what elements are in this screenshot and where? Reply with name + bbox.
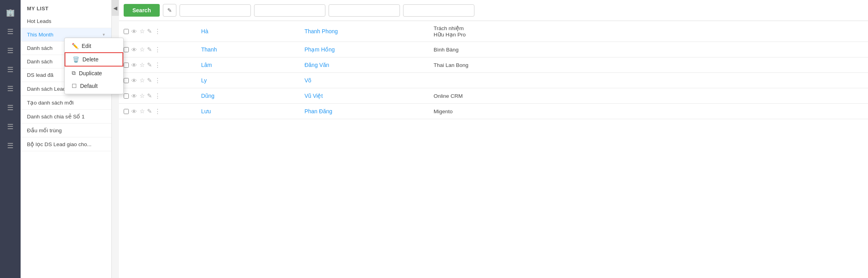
sidebar-item-filter[interactable]: Bộ lọc DS Lead giao cho... (21, 137, 111, 151)
context-menu-duplicate-label: Duplicate (79, 70, 102, 76)
table-area: 👁 ☆ ✎ ⋮ HàThanh PhongTrách nhiệm Hữu Hạn… (119, 21, 868, 278)
context-menu-edit[interactable]: ✏️ Edit (65, 40, 123, 52)
sidebar-item-label: Bộ lọc DS Lead giao cho... (27, 141, 92, 147)
context-menu-default[interactable]: ☐ Default (65, 80, 123, 92)
edit-icon[interactable]: ✎ (147, 77, 152, 84)
list-icon-3[interactable]: ☰ (2, 61, 19, 78)
row-checkbox[interactable] (124, 78, 129, 83)
context-menu: ✏️ Edit 🗑️ Delete ⧉ Duplicate ☐ Default (64, 38, 124, 94)
edit-icon[interactable]: ✎ (147, 61, 152, 69)
context-menu-delete[interactable]: 🗑️ Delete (65, 52, 123, 67)
table-row: 👁 ☆ ✎ ⋮ HàThanh PhongTrách nhiệm Hữu Hạn… (119, 21, 868, 42)
building-icon[interactable]: 🏢 (2, 4, 19, 21)
chevron-down-icon: ▾ (103, 32, 105, 37)
more-icon[interactable]: ⋮ (155, 46, 161, 53)
lead-note: Trách nhiệm Hữu Hạn Pro (434, 25, 466, 38)
list-icon-5[interactable]: ☰ (2, 99, 19, 116)
context-menu-edit-label: Edit (82, 43, 91, 49)
context-menu-overlay: ✏️ Edit 🗑️ Delete ⧉ Duplicate ☐ Default (64, 38, 124, 94)
filter-input-4[interactable] (403, 4, 474, 17)
context-menu-duplicate[interactable]: ⧉ Duplicate (65, 67, 123, 80)
row-checkbox[interactable] (124, 93, 129, 99)
table-row: 👁 ☆ ✎ ⋮ DũngVũ ViệtOnline CRM (119, 88, 868, 104)
list-icon-7[interactable]: ☰ (2, 137, 19, 154)
lead-last-name[interactable]: Vũ Việt (304, 93, 323, 99)
filter-input-3[interactable] (329, 4, 400, 17)
star-icon[interactable]: ☆ (140, 61, 145, 69)
search-button[interactable]: Search (124, 4, 160, 17)
lead-note: Thai Lan Bong (434, 62, 468, 68)
toolbar: Search ✎ (119, 0, 868, 21)
sidebar-item-label: Tạo danh sách mới (27, 99, 74, 106)
list-icon-2[interactable]: ☰ (2, 42, 19, 59)
lead-first-name[interactable]: Hà (201, 28, 208, 34)
lead-last-name[interactable]: Đăng Văn (304, 62, 329, 68)
lead-first-name[interactable]: Ly (201, 77, 207, 84)
list-icon-1[interactable]: ☰ (2, 23, 19, 40)
star-icon[interactable]: ☆ (140, 46, 145, 53)
edit-icon[interactable]: ✎ (147, 108, 152, 115)
eye-icon[interactable]: 👁 (131, 77, 137, 84)
list-icon-4[interactable]: ☰ (2, 80, 19, 97)
lead-first-name[interactable]: Dũng (201, 93, 214, 99)
star-icon[interactable]: ☆ (140, 92, 145, 99)
sidebar-item-label: This Month (27, 32, 54, 38)
lead-last-name[interactable]: Thanh Phong (304, 28, 338, 34)
edit-icon[interactable]: ✎ (147, 92, 152, 99)
lead-last-name[interactable]: Phạm Hồng (304, 46, 335, 53)
lead-first-name[interactable]: Thanh (201, 46, 217, 53)
icon-bar: 🏢 ☰ ☰ ☰ ☰ ☰ ☰ ☰ (0, 0, 21, 278)
main-content: Search ✎ 👁 ☆ ✎ ⋮ HàThanh PhongTrách nhiệ… (119, 0, 868, 278)
sidebar-item-shared[interactable]: Danh sách chia sẻ Số 1 (21, 110, 111, 124)
eye-icon[interactable]: 👁 (131, 93, 137, 99)
eye-icon[interactable]: 👁 (131, 62, 137, 69)
table-row: 👁 ☆ ✎ ⋮ ThanhPhạm HồngBình Bàng (119, 42, 868, 57)
lead-last-name[interactable]: Võ (304, 77, 311, 84)
star-icon[interactable]: ☆ (140, 77, 145, 84)
context-menu-delete-label: Delete (82, 56, 98, 63)
more-icon[interactable]: ⋮ (155, 108, 161, 115)
checkbox-icon: ☐ (72, 83, 77, 89)
eye-icon[interactable]: 👁 (131, 108, 137, 115)
row-checkbox[interactable] (124, 109, 129, 114)
sidebar-item-label: Đầu mối trùng (27, 127, 62, 133)
edit-icon[interactable]: ✎ (147, 46, 152, 53)
trash-icon: 🗑️ (73, 56, 79, 63)
eye-icon[interactable]: 👁 (131, 46, 137, 53)
more-icon[interactable]: ⋮ (155, 61, 161, 69)
sidebar-item-label: Hot Leads (27, 18, 52, 24)
lead-first-name[interactable]: Lâm (201, 62, 212, 68)
table-row: 👁 ☆ ✎ ⋮ LâmĐăng VănThai Lan Bong (119, 57, 868, 73)
more-icon[interactable]: ⋮ (155, 92, 161, 99)
edit-icon[interactable]: ✎ (147, 28, 152, 35)
duplicate-icon: ⧉ (72, 70, 76, 76)
filter-input-2[interactable] (254, 4, 325, 17)
sidebar-item-label: Danh sách (27, 45, 53, 51)
sidebar-item-duplicate[interactable]: Đầu mối trùng (21, 124, 111, 137)
row-checkbox[interactable] (124, 29, 129, 34)
lead-last-name[interactable]: Phan Đăng (304, 108, 332, 114)
lead-note: Bình Bàng (434, 47, 459, 53)
row-checkbox[interactable] (124, 63, 129, 68)
more-icon[interactable]: ⋮ (155, 77, 161, 84)
lead-note: Migento (434, 109, 453, 114)
table-row: 👁 ☆ ✎ ⋮ LưuPhan ĐăngMigento (119, 104, 868, 119)
lead-note: Online CRM (434, 93, 463, 99)
more-icon[interactable]: ⋮ (155, 28, 161, 35)
table-row: 👁 ☆ ✎ ⋮ LyVõ (119, 73, 868, 88)
sidebar-item-hot-leads[interactable]: Hot Leads (21, 15, 111, 28)
collapse-sidebar-button[interactable]: ◀ (112, 0, 119, 16)
row-checkbox[interactable] (124, 47, 129, 52)
filter-input-1[interactable] (180, 4, 251, 17)
context-menu-default-label: Default (80, 83, 98, 89)
sidebar-title: MY LIST (21, 0, 111, 15)
star-icon[interactable]: ☆ (140, 108, 145, 115)
lead-first-name[interactable]: Lưu (201, 108, 211, 114)
sidebar-item-label: Danh sách chia sẻ Số 1 (27, 113, 85, 120)
list-icon-6[interactable]: ☰ (2, 118, 19, 135)
sidebar-item-create-new[interactable]: Tạo danh sách mới (21, 96, 111, 110)
pencil-button[interactable]: ✎ (163, 4, 176, 17)
star-icon[interactable]: ☆ (140, 28, 145, 35)
eye-icon[interactable]: 👁 (131, 28, 137, 35)
leads-table: 👁 ☆ ✎ ⋮ HàThanh PhongTrách nhiệm Hữu Hạn… (119, 21, 868, 119)
